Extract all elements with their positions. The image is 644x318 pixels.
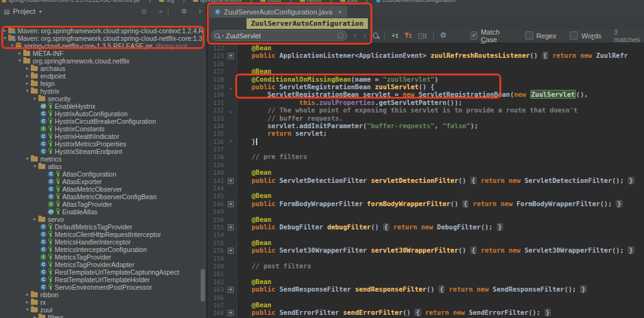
tree-item[interactable]: CAtlasMetricObserver xyxy=(0,185,206,193)
tree-item[interactable]: CHystrixCircuitBreakerConfiguration xyxy=(0,118,206,125)
settings-gear-icon[interactable]: ⚙ xyxy=(180,8,187,15)
tree-item[interactable]: ▾zuul xyxy=(0,306,206,314)
match-case-checkbox[interactable]: ✓ Match Case xyxy=(470,28,511,43)
code-line[interactable]: 132⌄ // The whole point of exposing this… xyxy=(208,106,644,114)
code-line[interactable]: 131 this.zuulProperties.getServletPatter… xyxy=(208,99,644,106)
code-line[interactable]: 154 xyxy=(208,231,644,238)
expand-arrow-icon[interactable]: ▸ xyxy=(24,299,31,306)
code-line[interactable]: 160// post filters xyxy=(208,262,644,270)
breadcrumb-sources-jar[interactable]: spring-cloud-netflix-core-1.3.5.RELEASE-… xyxy=(2,0,140,3)
expand-arrow-icon[interactable]: ▾ xyxy=(9,42,16,50)
tree-item[interactable]: ▾Maven: org.springframework.cloud:spring… xyxy=(0,35,206,42)
code-line[interactable]: 135 return servlet; xyxy=(208,129,644,137)
tab-zuulserverautoconfiguration[interactable]: C ZuulServerAutoConfiguration.java × xyxy=(209,6,347,18)
tree-item[interactable]: CRestTemplateUrlTemplateCapturingAspect xyxy=(0,268,206,276)
tree-item[interactable]: ▸filters xyxy=(0,314,206,318)
code-line[interactable]: 167@Bean xyxy=(208,301,644,309)
tree-item[interactable]: CServoEnvironmentPostProcessor xyxy=(0,283,206,291)
tree-item[interactable]: CHystrixStreamEndpoint xyxy=(0,148,206,155)
expand-arrow-icon[interactable]: ▸ xyxy=(24,80,31,87)
code-line[interactable]: 166 xyxy=(208,293,644,301)
tree-item[interactable]: ▾atlas xyxy=(0,163,206,170)
project-scrollbar-thumb[interactable] xyxy=(201,269,205,302)
code-line[interactable]: 134 servlet.addInitParameter("buffer-req… xyxy=(208,122,644,129)
remove-selection-icon[interactable]: Ŧɪ xyxy=(404,32,411,39)
tree-item[interactable]: CMetricsInterceptorConfiguration xyxy=(0,246,206,253)
chevron-down-icon[interactable]: ▾ xyxy=(39,9,42,14)
fold-marker-icon[interactable]: + xyxy=(226,310,235,317)
breadcrumb-zuul[interactable]: zuul xyxy=(340,0,358,3)
tree-item[interactable]: ▾spring-cloud-netflix-core-1.3.5.RELEASE… xyxy=(0,42,206,50)
tree-item[interactable]: ▾hystrix xyxy=(0,87,206,95)
code-line[interactable]: 139 xyxy=(208,161,644,168)
expand-arrow-icon[interactable]: ▸ xyxy=(31,95,38,102)
code-line[interactable]: 138// pre filters xyxy=(208,153,644,160)
tree-item[interactable]: ▸archaius xyxy=(0,65,206,72)
collapse-all-icon[interactable]: ÷ xyxy=(158,8,162,15)
clear-search-icon[interactable]: × xyxy=(337,32,344,39)
expand-arrow-icon[interactable]: ▸ xyxy=(31,216,38,223)
code-line[interactable]: 149 xyxy=(208,207,644,215)
code-line[interactable]: 141+public ServletDetectionFilter servle… xyxy=(208,177,644,184)
expand-arrow-icon[interactable]: ▾ xyxy=(1,35,8,42)
filter-gear-icon[interactable]: ⚙ xyxy=(440,32,447,39)
code-line[interactable]: 129⌄public ServletRegistrationBean zuulS… xyxy=(208,83,644,90)
tree-item[interactable]: ▾org.springframework.cloud.netflix xyxy=(0,57,206,65)
code-line[interactable]: 163+public SendResponseFilter sendRespon… xyxy=(208,285,644,293)
tree-item[interactable]: IMetricsTagProvider xyxy=(0,253,206,261)
breadcrumb-org[interactable]: org xyxy=(159,0,174,3)
tree-item[interactable]: IAtlasTagProvider xyxy=(0,200,206,208)
expand-arrow-icon[interactable]: ▸ xyxy=(16,50,23,57)
breadcrumb-springframework[interactable]: springframework xyxy=(193,0,242,3)
code-line[interactable]: 155@Bean xyxy=(208,239,644,246)
search-options-chevron-icon[interactable]: ▾ xyxy=(222,33,224,38)
close-tab-icon[interactable]: × xyxy=(338,8,342,16)
tree-item[interactable]: CMetricsHandlerInterceptor xyxy=(0,238,206,246)
code-line[interactable]: 150@Bean xyxy=(208,216,644,223)
breadcrumb-netflix[interactable]: netflix xyxy=(300,0,322,3)
expand-arrow-icon[interactable]: ▸ xyxy=(24,65,31,72)
tree-item[interactable]: @EnableAtlas xyxy=(0,208,206,216)
expand-arrow-icon[interactable]: ▾ xyxy=(24,87,31,95)
locate-icon[interactable]: ⊙ xyxy=(141,8,147,15)
code-line[interactable]: 145@Bean xyxy=(208,192,644,199)
code-line[interactable]: 159 xyxy=(208,255,644,262)
next-match-icon[interactable]: ↓ xyxy=(363,32,367,39)
code-line[interactable]: 168+public SendErrorFilter sendErrorFilt… xyxy=(208,309,644,316)
hide-panel-icon[interactable]: ⊦ xyxy=(199,8,203,15)
code-line[interactable]: 137 xyxy=(208,145,644,153)
code-line[interactable]: 123+public ApplicationListener<Applicati… xyxy=(208,52,644,59)
code-line[interactable]: 126 xyxy=(208,60,644,67)
find-input[interactable] xyxy=(226,32,337,40)
code-line[interactable]: 140@Bean xyxy=(208,168,644,176)
words-checkbox[interactable]: Words xyxy=(570,31,601,40)
code-line[interactable]: 127@Bean xyxy=(208,67,644,75)
breadcrumb-class[interactable]: ZuulServerAutoConfiguration xyxy=(376,0,455,3)
code-line[interactable]: 130 ServletRegistrationBean servlet = ne… xyxy=(208,90,644,98)
code-line[interactable]: 162@Bean xyxy=(208,278,644,285)
code-line[interactable]: 133 // buffer requests. xyxy=(208,114,644,122)
find-all-matches-icon[interactable] xyxy=(373,33,379,38)
tree-item[interactable]: CRestTemplateUrlTemplateHolder xyxy=(0,276,206,283)
code-line[interactable]: 144 xyxy=(208,184,644,192)
tree-item[interactable]: ▸servo xyxy=(0,216,206,223)
tree-item[interactable]: IHystrixConstants xyxy=(0,125,206,133)
expand-arrow-icon[interactable]: ▾ xyxy=(31,163,38,170)
tree-item[interactable]: CAtlasExporter xyxy=(0,178,206,185)
code-line[interactable]: 146+public FormBodyWrapperFilter formBod… xyxy=(208,200,644,207)
tree-item[interactable]: CAtlasMetricObserverConfigBean xyxy=(0,193,206,200)
tree-item[interactable]: CAtlasConfiguration xyxy=(0,170,206,178)
expand-arrow-icon[interactable]: ▸ xyxy=(24,291,31,299)
tree-item[interactable]: @EnableHystrix xyxy=(0,102,206,110)
code-line[interactable]: 136⌃} xyxy=(208,138,644,145)
tree-item[interactable]: ▸META-INF xyxy=(0,50,206,57)
add-selection-icon[interactable]: +ɪ xyxy=(391,32,398,39)
tree-item[interactable]: ▸Maven: org.springframework.cloud:spring… xyxy=(0,27,206,35)
tree-item[interactable]: ▸endpoint xyxy=(0,72,206,80)
expand-arrow-icon[interactable]: ▾ xyxy=(24,155,31,163)
expand-arrow-icon[interactable]: ▸ xyxy=(31,314,38,318)
code-line[interactable]: 151+public DebugFilter debugFilter() { r… xyxy=(208,223,644,231)
breadcrumb-cloud[interactable]: cloud xyxy=(260,0,281,3)
tree-item[interactable]: ▸feign xyxy=(0,80,206,87)
code-line[interactable]: 156+public Servlet30WrapperFilter servle… xyxy=(208,246,644,254)
